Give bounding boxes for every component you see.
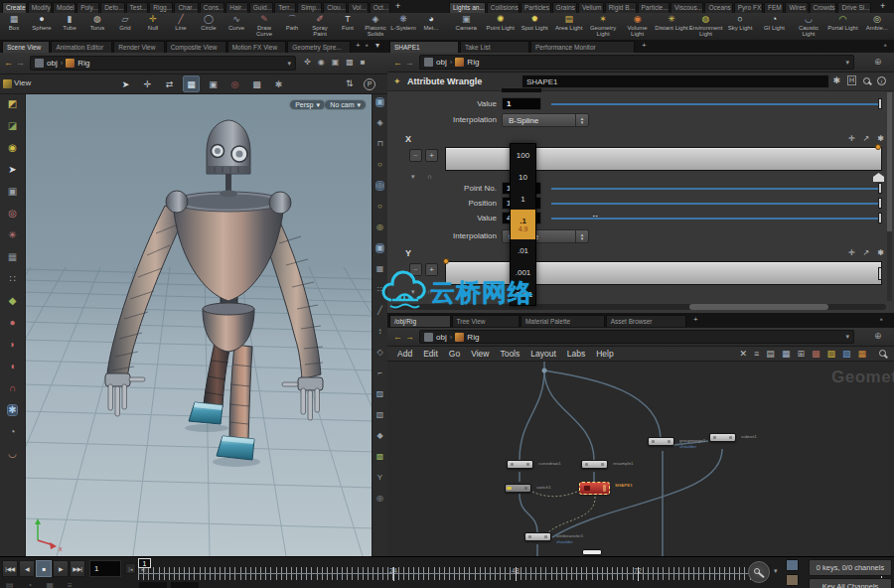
network-canvas[interactable]: Geometry — [387, 362, 894, 556]
viewport-tool-icon[interactable]: ◉ — [8, 143, 17, 153]
viewport-tool-icon[interactable]: ∷ — [9, 274, 15, 284]
viewport-tool-icon[interactable]: ◔ — [9, 427, 15, 437]
vertical-scrollbar[interactable] — [887, 92, 892, 301]
shelf-tab[interactable]: Collisions — [487, 2, 520, 13]
timeline[interactable]: 24487296120 1 — [138, 557, 754, 588]
breadcrumb-node[interactable]: Rig — [467, 58, 479, 67]
viewport-tool-icon[interactable]: ∩ — [9, 383, 16, 393]
ramp-add-button[interactable]: + — [425, 263, 438, 276]
pin-view-icon[interactable]: P — [364, 78, 375, 90]
breadcrumb[interactable]: obj › Rig ▾ — [419, 330, 854, 344]
shelf-tool[interactable]: ◯Circle — [195, 13, 223, 40]
shelf-tool[interactable]: ◈Platonic Solids — [362, 13, 389, 40]
position-slider[interactable] — [551, 197, 882, 210]
network-toolbar-icon[interactable]: ▤ — [766, 349, 775, 359]
shelf-tab[interactable]: Poly... — [76, 2, 99, 13]
ramp-collapse-caret[interactable]: ▾ — [411, 173, 415, 181]
ramp-bracket-icon[interactable]: ∩ — [427, 173, 432, 180]
viewport-display-icon[interactable]: ○ — [377, 161, 382, 169]
shelf-tool[interactable]: TFont — [334, 13, 362, 40]
viewport-display-icon[interactable]: ⌐ — [377, 369, 382, 377]
shelf-tool[interactable]: ▤Area Light — [551, 13, 585, 40]
shelf-tool[interactable]: ✹Spot Light — [518, 13, 551, 40]
viewport-display-icon[interactable]: ◈ — [376, 119, 382, 127]
shelf-tab[interactable]: Hair... — [225, 2, 248, 13]
shelf-tab[interactable]: Particle... — [638, 2, 670, 13]
menu-item[interactable]: Help — [596, 349, 613, 359]
view-tool-icon[interactable]: ⇄ — [161, 75, 178, 92]
shelf-tool[interactable]: ▱Grid — [111, 13, 139, 40]
ramp-point[interactable] — [875, 144, 881, 150]
add-pane-tab-button[interactable]: + — [693, 315, 698, 324]
shelf-tool[interactable]: ✐Spray Paint — [306, 13, 334, 40]
pane-tab[interactable]: Animation Editor — [51, 41, 112, 53]
pathbar-icon[interactable]: ◉ — [318, 58, 325, 67]
network-toolbar-icon[interactable]: ▧ — [842, 349, 851, 359]
shelf-tab[interactable]: Create — [2, 2, 27, 13]
breadcrumb-node[interactable]: Rig — [467, 333, 479, 342]
pane-tab[interactable]: Performance Monitor — [530, 41, 635, 53]
history-forward-button[interactable]: → — [405, 330, 414, 344]
playbar-option-icon[interactable]: ◔ — [28, 581, 33, 588]
view-tool-icon[interactable]: ➤ — [117, 75, 134, 92]
viewport-display-icon[interactable]: ▣ — [376, 98, 384, 106]
shelf-tab[interactable]: Crowds — [810, 2, 837, 13]
step-back-button[interactable]: |◂ — [125, 563, 136, 574]
breadcrumb[interactable]: obj › Rig ▾ — [30, 56, 296, 71]
menu-item[interactable]: Tools — [500, 349, 520, 359]
network-toolbar-icon[interactable]: ≡ — [754, 349, 759, 359]
viewport-display-icon[interactable]: ╱ — [377, 307, 382, 315]
history-back-button[interactable]: ← — [393, 330, 402, 344]
menu-item[interactable]: Labs — [567, 349, 585, 359]
section-action-icon[interactable]: ↗ — [863, 134, 870, 143]
shelf-tool[interactable]: ▮Tube — [56, 13, 83, 40]
viewport-tool-icon[interactable]: ➤ — [8, 165, 16, 175]
ladder-step[interactable]: .01 — [511, 239, 535, 261]
shelf-tool[interactable]: ◡Caustic Light — [792, 13, 825, 40]
ladder-step[interactable]: 1 — [511, 188, 535, 210]
clamp-icon[interactable]: H — [847, 75, 856, 85]
viewport-display-icon[interactable]: Y — [377, 474, 382, 482]
view-tool-icon[interactable]: ✛ — [139, 75, 156, 92]
pane-tab[interactable]: Scene View — [2, 41, 50, 53]
shelf-tool[interactable]: ◠Portal Light — [825, 13, 859, 40]
viewport-tool-icon[interactable]: ▦ — [8, 252, 17, 262]
section-y-label[interactable]: Y — [405, 248, 411, 258]
viewport-display-icon[interactable]: ▧ — [376, 411, 384, 419]
network-toolbar-icon[interactable]: ⊞ — [797, 349, 805, 359]
viewport-tool-icon[interactable]: ◗ — [9, 340, 15, 350]
value-slider[interactable] — [551, 212, 882, 224]
ramp-collapse-caret[interactable]: ▾ — [411, 288, 415, 296]
menu-item[interactable]: View — [471, 349, 489, 359]
pane-tab[interactable]: Geometry Spre... — [287, 41, 351, 53]
shelf-tab[interactable]: Wires — [785, 2, 808, 13]
section-x-label[interactable]: X — [405, 134, 411, 144]
value-ladder[interactable]: 100101 .14.9 .01.001.0001 — [510, 143, 536, 306]
view-tool-icon[interactable]: ▩ — [248, 75, 265, 92]
section-action-icon[interactable]: ✛ — [848, 248, 855, 257]
camera-menu-button[interactable]: No cam▾ — [324, 99, 367, 110]
view-tool-icon[interactable]: ▣ — [205, 75, 222, 92]
pane-maximize-icon[interactable]: ▪ — [366, 41, 369, 50]
breadcrumb[interactable]: obj › Rig ▾ — [419, 55, 854, 70]
shelf-tab[interactable]: Guid... — [249, 2, 273, 13]
pane-tab[interactable]: SHAPE1 — [389, 41, 459, 53]
pane-menu-caret[interactable]: ▾ — [375, 41, 379, 50]
viewport-display-icon[interactable]: ◇ — [376, 349, 382, 357]
ramp-handle[interactable] — [878, 267, 882, 280]
viewport-tool-icon[interactable]: ◩ — [8, 99, 17, 109]
gear-icon[interactable]: ✱ — [832, 75, 840, 85]
playhead[interactable]: 1 — [138, 558, 151, 568]
spinner-icon[interactable]: ▴▾ — [575, 114, 588, 126]
ramp-bracket-icon[interactable]: ∩ — [427, 288, 432, 295]
network-node[interactable]: attribtransfer1 shoulder — [524, 532, 551, 541]
shelf-tool[interactable]: ◎Ambie... — [860, 13, 894, 40]
history-back-button[interactable]: ← — [393, 56, 402, 70]
shelf-tab[interactable]: Clou... — [323, 2, 347, 13]
pathbar-icon[interactable]: ■ — [361, 58, 366, 67]
shelf-tool[interactable]: ◉Volume Light — [620, 13, 654, 40]
viewport-display-icon[interactable]: ◎ — [376, 223, 383, 231]
ladder-step[interactable]: 10 — [511, 166, 535, 188]
history-forward-button[interactable]: → — [16, 56, 25, 70]
key-option-icon[interactable] — [786, 559, 799, 571]
